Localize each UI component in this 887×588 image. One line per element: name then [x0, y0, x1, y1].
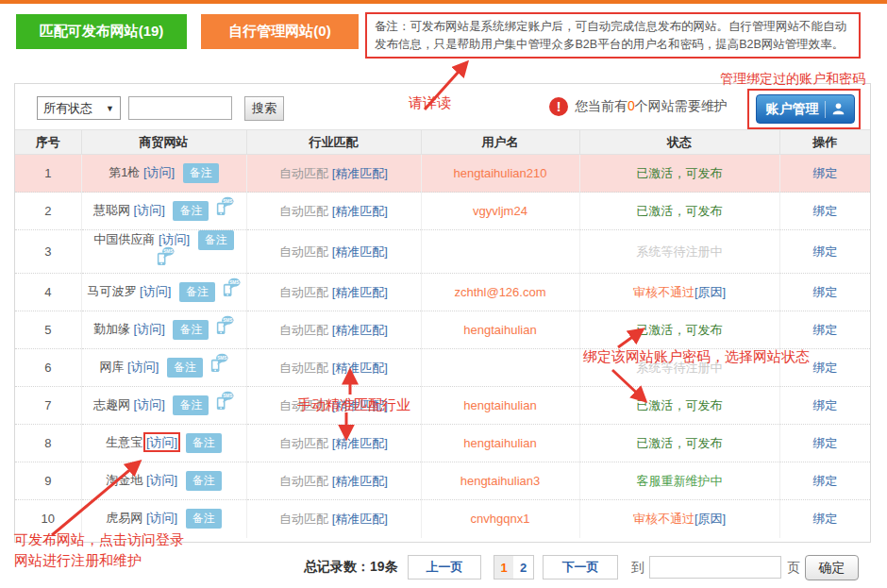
bind-link[interactable]: 绑定 [812, 204, 837, 218]
table-row: 5 勤加缘 [访问] 备注 SMS 自动匹配 [精准匹配] hengtaihul… [15, 311, 870, 349]
note-button[interactable]: 备注 [179, 282, 215, 302]
note-button[interactable]: 备注 [183, 163, 219, 183]
next-page-button[interactable]: 下一页 [543, 555, 618, 580]
precise-match-link[interactable]: [精准匹配] [332, 474, 388, 488]
note-button[interactable]: 备注 [186, 471, 222, 491]
reason-link[interactable]: [原因] [695, 285, 726, 299]
annotation-read-carefully: 请详读 [409, 94, 451, 112]
note-button[interactable]: 备注 [173, 320, 209, 340]
tab-publishable-sites[interactable]: 匹配可发布网站(19) [16, 14, 187, 49]
precise-match-link[interactable]: [精准匹配] [332, 204, 388, 218]
warning-count: 0 [628, 98, 635, 113]
bind-link[interactable]: 绑定 [812, 166, 837, 180]
goto-page-input[interactable] [649, 556, 781, 579]
bind-link[interactable]: 绑定 [812, 436, 837, 450]
site-name: 志趣网 [93, 397, 130, 412]
note-button[interactable]: 备注 [173, 201, 209, 221]
visit-link[interactable]: [访问] [146, 435, 177, 449]
page-number-2[interactable]: 2 [513, 555, 534, 580]
table-row: 4 马可波罗 [访问] 备注 SMS 自动匹配 [精准匹配] zchthl@12… [15, 274, 870, 311]
goto-label: 到 [631, 560, 644, 577]
page-number-1[interactable]: 1 [494, 555, 514, 580]
note-button[interactable]: 备注 [198, 230, 234, 250]
status-filter-value: 所有状态 [43, 100, 92, 117]
precise-match-link[interactable]: [精准匹配] [332, 361, 388, 375]
sms-icon[interactable]: SMS [221, 277, 241, 300]
note-button[interactable]: 备注 [173, 395, 209, 415]
top-orange-bar [0, 0, 887, 4]
auto-match-label: 自动匹配 [279, 361, 332, 375]
username [421, 349, 579, 387]
chevron-down-icon: ▼ [106, 104, 114, 113]
sms-icon[interactable]: SMS [209, 353, 228, 376]
table-row: 1 第1枪 [访问] 备注 自动匹配 [精准匹配] hengtaihulian2… [15, 155, 870, 193]
status-text: 已激活，可发布 [637, 323, 723, 337]
prev-page-button[interactable]: 上一页 [408, 555, 481, 580]
status-filter-select[interactable]: 所有状态 ▼ [37, 96, 121, 120]
row-index: 9 [15, 462, 81, 500]
sms-icon[interactable]: SMS [214, 315, 234, 338]
status-text: 已激活，可发布 [637, 398, 723, 412]
svg-text:SMS: SMS [223, 394, 232, 398]
precise-match-link[interactable]: [精准匹配] [332, 512, 388, 526]
tab-self-managed-sites[interactable]: 自行管理网站(0) [201, 14, 359, 49]
visit-link[interactable]: [访问] [146, 473, 177, 487]
table-row: 3 中国供应商 [访问] 备注 SMS 自动匹配 [精准匹配] 系统等待注册中 … [15, 230, 870, 274]
auto-match-label: 自动匹配 [279, 204, 332, 218]
bind-link[interactable]: 绑定 [812, 474, 837, 488]
account-manage-label: 账户管理 [766, 101, 819, 118]
bind-link[interactable]: 绑定 [812, 323, 837, 337]
visit-link[interactable]: [访问] [134, 203, 165, 217]
site-name: 第1枪 [109, 165, 140, 179]
warning-text: 您当前有0个网站需要维护 [575, 98, 728, 115]
visit-link[interactable]: [访问] [143, 165, 175, 179]
svg-text:SMS: SMS [223, 199, 232, 204]
username: hengtaihulian210 [421, 155, 579, 193]
row-index: 4 [15, 274, 81, 311]
site-name: 网库 [99, 360, 124, 374]
page-unit-label: 页 [787, 560, 800, 577]
bind-link[interactable]: 绑定 [812, 244, 837, 259]
col-header-no: 序号 [15, 130, 81, 155]
site-name: 勤加缘 [93, 322, 130, 336]
sms-icon[interactable]: SMS [214, 196, 234, 219]
note-button[interactable]: 备注 [186, 433, 222, 453]
precise-match-link[interactable]: [精准匹配] [332, 436, 388, 450]
visit-link[interactable]: [访问] [127, 360, 159, 374]
auto-match-label: 自动匹配 [279, 512, 332, 526]
row-index: 5 [15, 311, 81, 349]
status-text: 系统等待注册中 [637, 244, 723, 259]
search-button[interactable]: 搜索 [244, 96, 284, 121]
username: hengtaihulian [421, 311, 579, 349]
precise-match-link[interactable]: [精准匹配] [332, 285, 388, 299]
visit-link[interactable]: [访问] [146, 511, 177, 525]
username: hengtaihulian [421, 387, 579, 425]
visit-link[interactable]: [访问] [159, 232, 190, 246]
precise-match-link[interactable]: [精准匹配] [332, 166, 388, 180]
col-header-username: 用户名 [421, 130, 579, 155]
search-input[interactable] [128, 96, 232, 120]
account-manage-button[interactable]: 账户管理 [756, 94, 855, 124]
auto-match-label: 自动匹配 [279, 474, 332, 488]
bind-link[interactable]: 绑定 [812, 285, 837, 299]
visit-link[interactable]: [访问] [134, 322, 165, 336]
bind-link[interactable]: 绑定 [812, 398, 837, 412]
confirm-button[interactable]: 确定 [805, 555, 859, 580]
sms-icon[interactable]: SMS [214, 391, 234, 413]
bind-link[interactable]: 绑定 [812, 361, 837, 375]
reason-link[interactable]: [原因] [695, 512, 726, 526]
note-button[interactable]: 备注 [167, 358, 203, 378]
visit-link[interactable]: [访问] [140, 284, 171, 298]
note-button[interactable]: 备注 [186, 509, 222, 529]
note-box: 备注：可发布网站是系统绑定账户后，可自动完成信息发布的网站。自行管理网站不能自动… [365, 12, 861, 59]
sms-icon[interactable]: SMS [155, 246, 175, 269]
annotation-manual-match: 手动精准匹配行业 [297, 396, 410, 414]
col-header-industry: 行业匹配 [246, 130, 421, 155]
table-row: 7 志趣网 [访问] 备注 SMS 自动匹配 [精准匹配] hengtaihul… [15, 387, 870, 425]
username [421, 230, 579, 274]
precise-match-link[interactable]: [精准匹配] [332, 323, 388, 337]
bind-link[interactable]: 绑定 [812, 512, 837, 526]
username: hengtaihulian [421, 425, 579, 462]
precise-match-link[interactable]: [精准匹配] [332, 244, 388, 259]
visit-link[interactable]: [访问] [134, 397, 165, 412]
